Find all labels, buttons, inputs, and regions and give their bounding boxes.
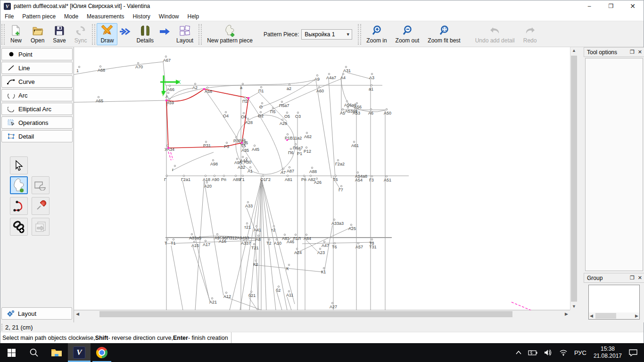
scroll-right-icon[interactable]: ▶ [635, 313, 638, 318]
point-label[interactable]: А26 [314, 180, 322, 185]
point-label[interactable]: А337 [241, 241, 251, 246]
menu-history[interactable]: History [128, 12, 154, 21]
point-label[interactable]: Г2а2 [335, 162, 345, 166]
point-label[interactable]: А88 [309, 169, 317, 174]
point-label[interactable]: А90 [212, 177, 219, 182]
float-panel-icon[interactable]: ❐ [630, 49, 635, 55]
close-panel-icon[interactable]: ✕ [638, 49, 642, 55]
point-label[interactable]: А46 [287, 239, 294, 244]
horizontal-scrollbar[interactable]: ◀ ▶ [74, 310, 570, 317]
point-label[interactable]: Т6 [332, 245, 337, 249]
point-label[interactable]: Г1 [240, 177, 245, 182]
new-pattern-piece-button[interactable]: New pattern piece [203, 23, 256, 45]
volume-icon[interactable] [541, 343, 556, 362]
point-label[interactable]: А53 [353, 111, 360, 115]
point-label[interactable]: Р12 [304, 149, 311, 154]
tray-expand-icon[interactable] [512, 343, 525, 362]
point-label[interactable]: Т2 [266, 241, 272, 246]
point-label[interactable]: А32 [238, 165, 245, 170]
point-label[interactable]: А [165, 94, 168, 99]
point-label[interactable]: А59 [166, 100, 174, 105]
mode-details-button[interactable]: Details [132, 23, 157, 45]
start-button[interactable] [0, 343, 23, 362]
point-label[interactable]: Т1 [171, 241, 176, 246]
point-label[interactable]: А3 [369, 75, 374, 80]
minimize-button[interactable]: – [578, 0, 600, 12]
group-scrollbar[interactable]: ◀ ▶ [589, 313, 639, 319]
horizontal-scroll-thumb[interactable] [99, 311, 512, 317]
point-label[interactable]: А28 [245, 120, 253, 125]
pin-tool-button[interactable] [32, 197, 50, 215]
point-label[interactable]: Рп [301, 177, 306, 182]
point-label[interactable]: А61 [351, 143, 359, 148]
new-detail-tool-button[interactable] [10, 176, 28, 194]
point-label[interactable]: О4 [223, 114, 229, 118]
point-label[interactable]: А35 [241, 148, 249, 153]
point-label[interactable]: А7 [281, 170, 286, 175]
point-label[interactable]: О6 [241, 115, 247, 119]
language-indicator[interactable]: РУС [571, 343, 590, 362]
point-label[interactable]: А33а3 [331, 221, 344, 226]
point-label[interactable]: А50 [384, 111, 391, 115]
internal-path-tool-button[interactable] [32, 176, 50, 194]
point-label[interactable]: А1 [248, 169, 253, 173]
point-label[interactable]: б21 [248, 293, 256, 298]
point-label[interactable]: Р3 [224, 144, 229, 149]
point-label[interactable]: УА34 [165, 147, 174, 152]
toolbar-grip[interactable] [92, 24, 95, 45]
category-point[interactable]: Point [1, 48, 73, 60]
point-label[interactable]: Г3 [369, 178, 374, 182]
point-label[interactable]: Т5 [241, 143, 246, 148]
category-operations[interactable]: Operations [1, 116, 73, 129]
scroll-left-icon[interactable]: ◀ [590, 313, 593, 318]
point-label[interactable]: О [259, 105, 263, 109]
seam-curve-tool-button[interactable] [10, 197, 28, 215]
battery-icon[interactable] [525, 343, 541, 362]
point-label[interactable]: П1 [258, 89, 264, 93]
pattern-canvas[interactable]: 1А68А70А67А66А65АА59А2А58аП1П2а2А9А4а7А4… [74, 47, 570, 310]
point-label[interactable]: А4 [340, 75, 346, 80]
point-label[interactable]: А2 [192, 85, 198, 90]
close-panel-icon[interactable]: ✕ [638, 275, 642, 281]
point-label[interactable]: А25 [348, 226, 356, 231]
point-label[interactable]: Г2а1 [181, 177, 190, 182]
point-label[interactable]: А33 [245, 204, 253, 208]
clock[interactable]: 15:3821.08.2017 [590, 343, 626, 362]
point-label[interactable]: А29 [280, 121, 287, 126]
point-label[interactable]: А5 [340, 111, 345, 115]
point-label[interactable]: А45 [252, 147, 259, 152]
point-label[interactable]: А98 [210, 162, 218, 166]
point-label[interactable]: А23 [317, 250, 325, 255]
point-label[interactable]: А84 [304, 236, 311, 241]
scroll-down-icon[interactable]: ▼ [570, 303, 578, 310]
point-label[interactable]: Г7 [339, 188, 343, 192]
point-label[interactable]: А31 [343, 68, 351, 73]
category-detail[interactable]: Detail [1, 130, 73, 142]
point-label[interactable]: А54 [355, 178, 363, 182]
point-label[interactable]: а1 [369, 87, 373, 91]
point-label[interactable]: а [240, 85, 242, 90]
point-label[interactable]: Рп [221, 177, 226, 182]
point-label[interactable]: П5а7 [279, 103, 289, 108]
save-button[interactable]: Save [49, 23, 69, 45]
point-label[interactable]: О2 [258, 114, 264, 118]
toolbar-grip[interactable] [198, 24, 202, 45]
point-label[interactable]: А62 [304, 134, 312, 139]
point-label[interactable]: А6 [368, 111, 373, 115]
point-label[interactable]: К [286, 266, 289, 271]
point-label[interactable]: О3 [295, 114, 301, 119]
zoom-fit-best-button[interactable]: Zoom fit best [424, 23, 464, 45]
point-label[interactable]: А18 [203, 177, 210, 182]
vertical-scrollbar[interactable]: ▲ ▼ [570, 47, 577, 310]
point-label[interactable]: К1 [321, 270, 326, 274]
mode-layout-button[interactable]: Layout [173, 23, 197, 45]
zoom-out-button[interactable]: Zoom out [392, 23, 423, 45]
scroll-right-icon[interactable]: ▶ [563, 311, 570, 318]
new-button[interactable]: New [6, 23, 26, 45]
arrow-tool-button[interactable] [10, 156, 28, 174]
toolbar-grip[interactable] [1, 24, 5, 45]
point-label[interactable]: П6а7 [293, 146, 303, 150]
menu-mode[interactable]: Mode [60, 12, 83, 21]
point-label[interactable]: К2 [253, 262, 258, 267]
pattern-piece-select[interactable]: Выкройка 1 ▼ [301, 29, 352, 40]
